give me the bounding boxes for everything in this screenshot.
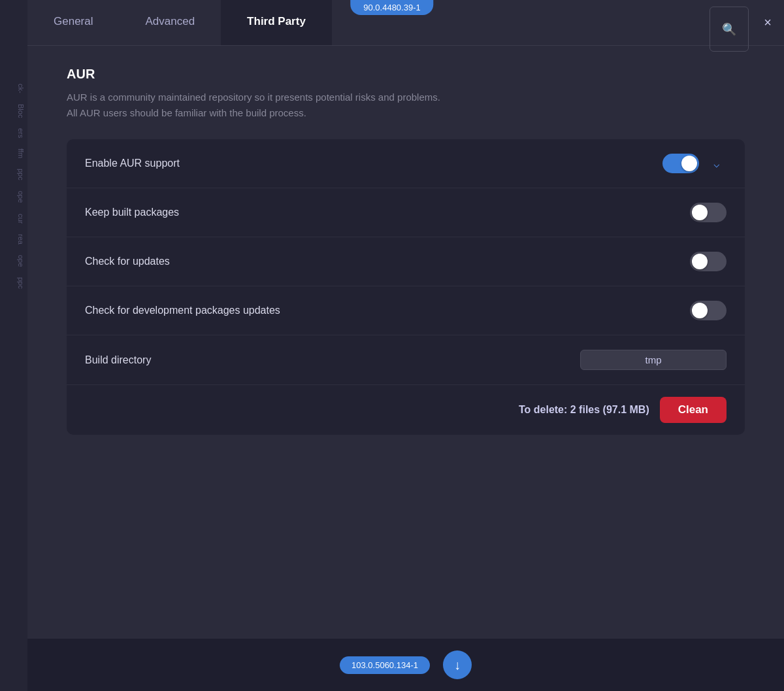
keep-built-controls bbox=[690, 203, 727, 222]
sidebar-text-7: cur bbox=[0, 209, 27, 229]
build-dir-controls bbox=[580, 350, 727, 370]
setting-row-enable-aur: Enable AUR support ⌵ bbox=[67, 139, 745, 188]
setting-row-check-updates: Check for updates bbox=[67, 237, 745, 286]
setting-row-keep-built: Keep built packages bbox=[67, 188, 745, 237]
dialog: General Advanced Third Party 🔍 × AUR AUR… bbox=[27, 0, 784, 691]
aur-desc-line1: AUR is a community maintained repository… bbox=[67, 92, 440, 103]
settings-card: Enable AUR support ⌵ Keep built packages bbox=[67, 139, 745, 435]
keep-built-toggle[interactable] bbox=[690, 203, 727, 222]
bottom-bar: 103.0.5060.134-1 ↓ bbox=[27, 639, 784, 691]
sidebar-text-6: ope bbox=[0, 186, 27, 208]
sidebar-text-4: ffm bbox=[0, 143, 27, 163]
enable-aur-chevron[interactable]: ⌵ bbox=[707, 154, 727, 173]
check-updates-label: Check for updates bbox=[85, 256, 170, 267]
sidebar-text-1: ck- bbox=[0, 78, 27, 99]
aur-description: AUR is a community maintained repository… bbox=[67, 90, 557, 121]
tab-third-party[interactable]: Third Party bbox=[221, 0, 332, 45]
download-button[interactable]: ↓ bbox=[443, 650, 472, 679]
chevron-down-icon: ⌵ bbox=[713, 158, 720, 170]
clean-button[interactable]: Clean bbox=[660, 397, 727, 423]
enable-aur-controls: ⌵ bbox=[662, 154, 727, 173]
sidebar: ck- Bloc ers ffm ppc ope cur rea ope ppc bbox=[0, 0, 27, 691]
tab-advanced[interactable]: Advanced bbox=[119, 0, 221, 45]
sidebar-text-9: ope bbox=[0, 250, 27, 272]
check-updates-thumb bbox=[692, 254, 708, 269]
download-icon: ↓ bbox=[454, 658, 461, 673]
sidebar-text-8: rea bbox=[0, 229, 27, 250]
delete-row: To delete: 2 files (97.1 MB) Clean bbox=[67, 385, 745, 435]
tab-general[interactable]: General bbox=[27, 0, 119, 45]
top-version-badge: 90.0.4480.39-1 bbox=[350, 0, 433, 15]
search-button[interactable]: 🔍 bbox=[710, 7, 749, 52]
check-dev-updates-thumb bbox=[692, 303, 708, 318]
aur-title: AUR bbox=[67, 67, 745, 82]
enable-aur-toggle[interactable] bbox=[662, 154, 699, 173]
keep-built-label: Keep built packages bbox=[85, 207, 179, 218]
close-button[interactable]: × bbox=[751, 0, 784, 45]
bottom-version-badge: 103.0.5060.134-1 bbox=[340, 656, 430, 674]
delete-info-text: To delete: 2 files (97.1 MB) bbox=[519, 404, 649, 416]
close-icon: × bbox=[764, 15, 772, 30]
keep-built-thumb bbox=[692, 205, 708, 220]
content-area: AUR AUR is a community maintained reposi… bbox=[27, 46, 784, 691]
check-updates-toggle[interactable] bbox=[690, 252, 727, 271]
enable-aur-thumb bbox=[681, 156, 697, 171]
check-dev-updates-label: Check for development packages updates bbox=[85, 305, 280, 316]
build-dir-label: Build directory bbox=[85, 354, 151, 366]
search-icon: 🔍 bbox=[722, 22, 736, 37]
sidebar-text-2: Bloc bbox=[0, 99, 27, 123]
aur-desc-line2: All AUR users should be familiar with th… bbox=[67, 107, 306, 118]
build-dir-input[interactable] bbox=[580, 350, 727, 370]
setting-row-build-dir: Build directory bbox=[67, 335, 745, 385]
check-updates-controls bbox=[690, 252, 727, 271]
setting-row-check-dev-updates: Check for development packages updates bbox=[67, 286, 745, 335]
check-dev-updates-toggle[interactable] bbox=[690, 301, 727, 320]
sidebar-text-5: ppc bbox=[0, 163, 27, 186]
sidebar-text-3: ers bbox=[0, 123, 27, 143]
sidebar-text-10: ppc bbox=[0, 272, 27, 294]
enable-aur-label: Enable AUR support bbox=[85, 158, 180, 169]
check-dev-updates-controls bbox=[690, 301, 727, 320]
